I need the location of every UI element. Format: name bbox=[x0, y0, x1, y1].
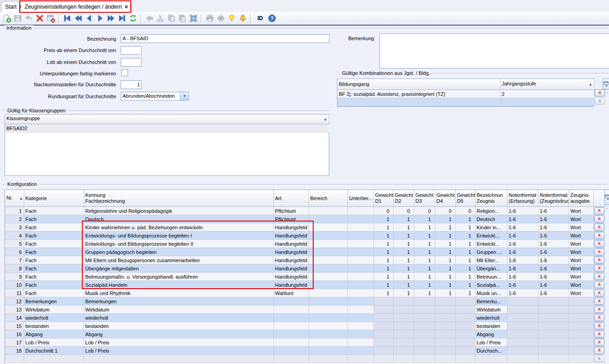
nav-fast-prev-button[interactable] bbox=[73, 13, 84, 24]
col-header-kategorie[interactable]: Kategorie bbox=[24, 190, 84, 207]
rundungsart-label: Rundungsart für Durchschnitte bbox=[3, 94, 116, 99]
nav-prev-button[interactable] bbox=[84, 13, 95, 24]
table-row[interactable]: 2FachDeutschPflichtunt11111Deutsch1-61-6… bbox=[5, 215, 605, 223]
col-header-gewicht-d1[interactable]: GewichtD1 bbox=[374, 190, 393, 207]
table-row[interactable]: 16AbgangAbgangAbgang× bbox=[5, 330, 605, 338]
scroll-up-icon[interactable]: ▲ bbox=[605, 90, 609, 94]
table-row[interactable]: 6FachGruppen pädagogisch begleitenHandlu… bbox=[5, 248, 605, 256]
field-chooser-button[interactable] bbox=[604, 190, 609, 205]
table-row[interactable]: 18Durchschnitt 1Lob / PreisDurchsch...× bbox=[5, 347, 605, 355]
unterpunktungen-checkbox[interactable] bbox=[121, 69, 128, 76]
nav-last-button[interactable] bbox=[117, 13, 128, 24]
delete-row-button[interactable]: × bbox=[594, 347, 604, 354]
delete-row-button[interactable]: × bbox=[594, 224, 604, 231]
table-row[interactable]: 11FachMusik und RhythmikWahlunt11111Musi… bbox=[5, 289, 605, 297]
delete-row-button[interactable]: × bbox=[594, 232, 604, 239]
delete-row-button[interactable]: × bbox=[594, 273, 604, 280]
table-row[interactable]: × bbox=[5, 355, 605, 363]
field-chooser-button[interactable] bbox=[603, 79, 609, 90]
table-row[interactable]: 15bestandenbestandenbestanden× bbox=[5, 322, 605, 330]
nav-next-button[interactable] bbox=[95, 13, 106, 24]
table-row[interactable]: 17Lob / PreisLob / PreisLob / Preis× bbox=[5, 338, 605, 347]
col-header-zeugnisausgabe[interactable]: Zeugnis-ausgabe bbox=[569, 190, 593, 207]
rundungsart-select[interactable]: Abrunden/Abschneiden ▼ bbox=[121, 92, 189, 100]
table-row[interactable]: 5FachEntwicklungs- und Bildungsprozesse … bbox=[5, 240, 605, 248]
table-row[interactable]: 10FachSozialpäd.HandelnHandlungsfeld1111… bbox=[5, 281, 605, 289]
delete-row-button[interactable]: × bbox=[594, 298, 604, 305]
table-row[interactable]: 12BemerkungenBemerkungenBemerku...× bbox=[5, 297, 605, 306]
nav-fast-next-button[interactable] bbox=[106, 13, 117, 24]
col-header-bildungsgang[interactable]: Bildungsgang bbox=[337, 79, 500, 90]
delete-row-button[interactable]: × bbox=[594, 306, 604, 313]
toolbar: ID? bbox=[0, 12, 609, 25]
delete-row-button[interactable]: × bbox=[594, 240, 604, 247]
col-header-jahrgangsstufe[interactable]: Jahrgangsstufe ▼ bbox=[500, 79, 594, 90]
delete-row-button[interactable]: × bbox=[594, 339, 604, 346]
new-record-button[interactable] bbox=[1, 13, 12, 24]
col-header-kennung[interactable]: KennungFachbezeichnung bbox=[84, 190, 273, 207]
col-header-bezeichnung-zeugnis[interactable]: BezeichnunZeugnis bbox=[475, 190, 507, 207]
select-region-icon bbox=[189, 14, 198, 23]
col-header-gewicht-d3[interactable]: GewichtD3 bbox=[414, 190, 435, 207]
delete-row-button[interactable]: × bbox=[594, 216, 604, 222]
col-header-klassengruppe[interactable]: Klassengruppe ▼ bbox=[5, 115, 329, 124]
cut-button bbox=[155, 13, 166, 24]
table-row[interactable]: BF 2j. sozialpäd. Assistenz, praxisinteg… bbox=[337, 90, 594, 98]
tab-close-icon[interactable]: × bbox=[125, 4, 128, 10]
delete-row-button[interactable]: × bbox=[594, 257, 604, 264]
help-button[interactable]: ? bbox=[267, 13, 278, 24]
table-row[interactable]: 7FachMit Eltern und Bezugspersonen zusam… bbox=[5, 256, 605, 264]
delete-record-button[interactable] bbox=[34, 13, 45, 24]
table-row[interactable]: 1FachReligionslehre und Religionspädagog… bbox=[5, 207, 605, 215]
delete-row-button[interactable]: × bbox=[594, 248, 604, 255]
nav-first-button[interactable] bbox=[62, 13, 73, 24]
konfiguration-group-border bbox=[2, 184, 608, 186]
edit-form-button[interactable] bbox=[45, 13, 56, 24]
notification-bell-button[interactable] bbox=[237, 13, 248, 24]
delete-row-button-disabled: × bbox=[594, 355, 604, 362]
id-button[interactable]: ID bbox=[254, 13, 267, 24]
preis-input[interactable] bbox=[121, 46, 142, 55]
filter-dropdown-icon[interactable]: ▼ bbox=[589, 82, 593, 88]
lob-input[interactable] bbox=[121, 58, 142, 67]
col-header-nr[interactable]: Nr.▲ bbox=[5, 190, 24, 207]
col-header-gewicht-d4[interactable]: GewichtD4 bbox=[435, 190, 455, 207]
refresh-button[interactable] bbox=[128, 13, 139, 24]
col-header-notenformat-erfassung[interactable]: Notenformat(Erfassung) bbox=[507, 190, 538, 207]
table-row[interactable]: BFSAID2 bbox=[5, 124, 329, 132]
table-row[interactable]: 14wiederholtwiederholtwiederholt× bbox=[5, 314, 605, 322]
delete-row-button[interactable]: × bbox=[594, 322, 604, 329]
lob-label: Lob ab einem Durchschnitt von bbox=[3, 59, 116, 65]
information-group-label: Information bbox=[5, 25, 33, 31]
delete-row-button[interactable]: × bbox=[594, 290, 604, 296]
col-header-gewicht-d2[interactable]: GewichtD2 bbox=[393, 190, 414, 207]
col-header-bereich[interactable]: Bereich bbox=[309, 190, 347, 207]
table-row[interactable]: 4FachEntwicklungs- und Bildungsprozesse … bbox=[5, 232, 605, 240]
hint-bulb-button[interactable] bbox=[226, 13, 237, 24]
select-region-button[interactable] bbox=[188, 13, 199, 24]
filter-dropdown-icon[interactable]: ▼ bbox=[324, 117, 327, 123]
table-row-empty[interactable] bbox=[337, 98, 594, 106]
table-row[interactable]: 9FachBetreuungsmaßn. u. Versorgungshandl… bbox=[5, 273, 605, 281]
delete-row-button[interactable]: × bbox=[594, 331, 604, 338]
col-header-unterbereich[interactable]: Unterber... bbox=[347, 190, 374, 207]
col-header-notenformat-zeugnisdruck[interactable]: Notenformat(Zeugnisdruck) bbox=[538, 190, 569, 207]
bemerkung-textarea[interactable] bbox=[379, 33, 609, 69]
delete-row-button[interactable]: × bbox=[595, 90, 605, 96]
klassengruppen-group-label: Gültig für Klassengruppen bbox=[5, 108, 67, 113]
table-row[interactable]: 3FachKinder wahrnehmen u. päd. Beziehung… bbox=[5, 223, 605, 232]
col-header-art[interactable]: Art bbox=[273, 190, 309, 207]
table-row[interactable]: 13WirkdatumWirkdatumWirkdatum× bbox=[5, 306, 605, 314]
scroll-up-icon[interactable]: ▲ bbox=[605, 206, 609, 210]
delete-row-button[interactable]: × bbox=[594, 265, 604, 272]
table-row[interactable]: 8FachÜbergänge mitgestaltenHandlungsfeld… bbox=[5, 264, 605, 273]
col-header-gewicht-d5[interactable]: GewichtD5 bbox=[455, 190, 475, 207]
delete-row-button[interactable]: × bbox=[594, 314, 604, 321]
chevron-down-icon[interactable]: ▼ bbox=[180, 92, 188, 100]
nachkommastellen-input[interactable]: 1 bbox=[121, 80, 142, 89]
konfiguration-grid: Nr.▲KategorieKennungFachbezeichnungArtBe… bbox=[5, 190, 605, 364]
delete-row-button[interactable]: × bbox=[594, 207, 604, 214]
bezeichnung-input[interactable]: A - BFSAID bbox=[121, 34, 330, 43]
delete-row-button[interactable]: × bbox=[594, 281, 604, 288]
tab-zeugniseinstellungen[interactable]: Zeugniseinstellungen festlegen / ändern … bbox=[21, 1, 132, 12]
